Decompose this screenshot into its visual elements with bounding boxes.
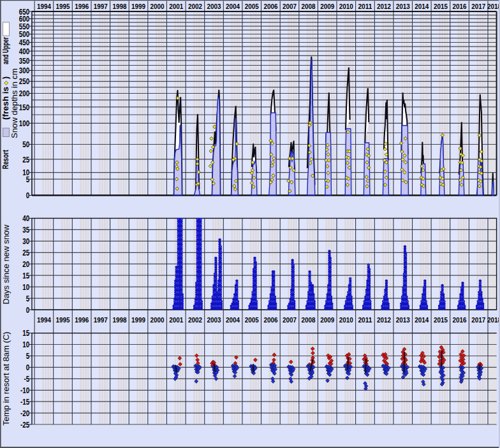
svg-text:0: 0 bbox=[26, 191, 30, 200]
svg-text:15: 15 bbox=[22, 328, 29, 338]
svg-text:10: 10 bbox=[22, 282, 29, 292]
svg-text:2000: 2000 bbox=[151, 316, 165, 324]
svg-text:2013: 2013 bbox=[396, 316, 410, 324]
svg-text:2014: 2014 bbox=[415, 3, 429, 10]
svg-text:10: 10 bbox=[22, 340, 29, 349]
svg-text:2006: 2006 bbox=[263, 3, 277, 10]
svg-text:2016: 2016 bbox=[453, 316, 467, 324]
svg-text:2007: 2007 bbox=[283, 316, 297, 324]
svg-text:1994: 1994 bbox=[37, 3, 52, 10]
svg-text:2005: 2005 bbox=[245, 3, 260, 10]
svg-text:30: 30 bbox=[22, 236, 29, 246]
svg-text:2018: 2018 bbox=[487, 316, 500, 324]
svg-text:2004: 2004 bbox=[226, 3, 240, 10]
svg-text:2018: 2018 bbox=[487, 3, 500, 10]
svg-text:15: 15 bbox=[22, 271, 29, 280]
svg-text:2001: 2001 bbox=[169, 316, 184, 324]
svg-text:1998: 1998 bbox=[112, 316, 127, 324]
svg-text:35: 35 bbox=[22, 225, 29, 235]
svg-text:2014: 2014 bbox=[415, 316, 429, 324]
svg-text:1997: 1997 bbox=[94, 3, 108, 10]
svg-text:450: 450 bbox=[19, 38, 30, 47]
svg-text:2003: 2003 bbox=[207, 316, 221, 324]
svg-text:200: 200 bbox=[19, 89, 30, 98]
svg-text:150: 150 bbox=[19, 103, 30, 112]
svg-text:40: 40 bbox=[22, 213, 29, 223]
svg-text:2010: 2010 bbox=[339, 316, 353, 324]
svg-text:Snow depths in cm: Snow depths in cm bbox=[10, 68, 19, 138]
svg-text:2008: 2008 bbox=[302, 316, 316, 324]
svg-text:1999: 1999 bbox=[131, 316, 145, 324]
svg-text:2001: 2001 bbox=[169, 3, 184, 10]
svg-text:Days since new snow: Days since new snow bbox=[1, 224, 11, 305]
svg-text:5: 5 bbox=[26, 294, 30, 303]
svg-text:1998: 1998 bbox=[112, 3, 127, 10]
svg-text:-15: -15 bbox=[20, 397, 29, 407]
svg-text:250: 250 bbox=[19, 76, 30, 86]
svg-text:0: 0 bbox=[26, 363, 30, 372]
svg-text:25: 25 bbox=[22, 248, 29, 257]
svg-text:2005: 2005 bbox=[245, 316, 260, 324]
svg-text:2002: 2002 bbox=[188, 316, 202, 324]
svg-text:2016: 2016 bbox=[453, 3, 467, 10]
svg-text:1995: 1995 bbox=[56, 3, 71, 10]
svg-text:and Upper: and Upper bbox=[1, 37, 10, 64]
svg-text:350: 350 bbox=[19, 56, 30, 66]
svg-text:-10: -10 bbox=[20, 386, 29, 395]
svg-text:1995: 1995 bbox=[56, 316, 71, 324]
svg-text:10: 10 bbox=[22, 168, 29, 177]
svg-text:2012: 2012 bbox=[377, 316, 391, 324]
svg-text:2011: 2011 bbox=[358, 316, 372, 324]
svg-text:20: 20 bbox=[22, 259, 29, 269]
svg-text:0: 0 bbox=[26, 305, 30, 315]
svg-text:400: 400 bbox=[19, 47, 30, 56]
svg-text:100: 100 bbox=[19, 119, 30, 128]
svg-text:5: 5 bbox=[26, 351, 30, 361]
svg-text:2012: 2012 bbox=[377, 3, 391, 10]
svg-text:1999: 1999 bbox=[131, 3, 145, 10]
svg-text:2015: 2015 bbox=[434, 316, 448, 324]
svg-text:-25: -25 bbox=[20, 420, 29, 430]
svg-text:-5: -5 bbox=[24, 374, 29, 384]
svg-text:-20: -20 bbox=[20, 408, 29, 418]
svg-text:2003: 2003 bbox=[207, 3, 221, 10]
svg-text:2015: 2015 bbox=[434, 3, 448, 10]
svg-text:Resort: Resort bbox=[1, 149, 10, 169]
svg-text:2002: 2002 bbox=[188, 3, 202, 10]
svg-text:1996: 1996 bbox=[75, 316, 89, 324]
svg-text:2017: 2017 bbox=[471, 3, 485, 10]
svg-text:2010: 2010 bbox=[339, 3, 353, 10]
svg-text:2011: 2011 bbox=[358, 3, 372, 10]
svg-text:2006: 2006 bbox=[263, 316, 277, 324]
svg-text:2009: 2009 bbox=[320, 316, 334, 324]
svg-text:2013: 2013 bbox=[396, 3, 410, 10]
svg-text:50: 50 bbox=[22, 140, 29, 149]
svg-text:1996: 1996 bbox=[75, 3, 89, 10]
svg-text:25: 25 bbox=[22, 155, 29, 164]
svg-text:1994: 1994 bbox=[37, 316, 52, 324]
svg-text:2008: 2008 bbox=[302, 3, 316, 10]
svg-text:2004: 2004 bbox=[226, 316, 240, 324]
svg-text:300: 300 bbox=[19, 66, 30, 75]
svg-text:650: 650 bbox=[19, 7, 30, 17]
svg-text:Temp in resort at 8am (C): Temp in resort at 8am (C) bbox=[1, 331, 11, 425]
svg-text:2009: 2009 bbox=[320, 3, 334, 10]
svg-text:1997: 1997 bbox=[94, 316, 108, 324]
svg-text:2017: 2017 bbox=[471, 316, 485, 324]
svg-text:2000: 2000 bbox=[151, 3, 165, 10]
svg-text:2007: 2007 bbox=[283, 3, 297, 10]
